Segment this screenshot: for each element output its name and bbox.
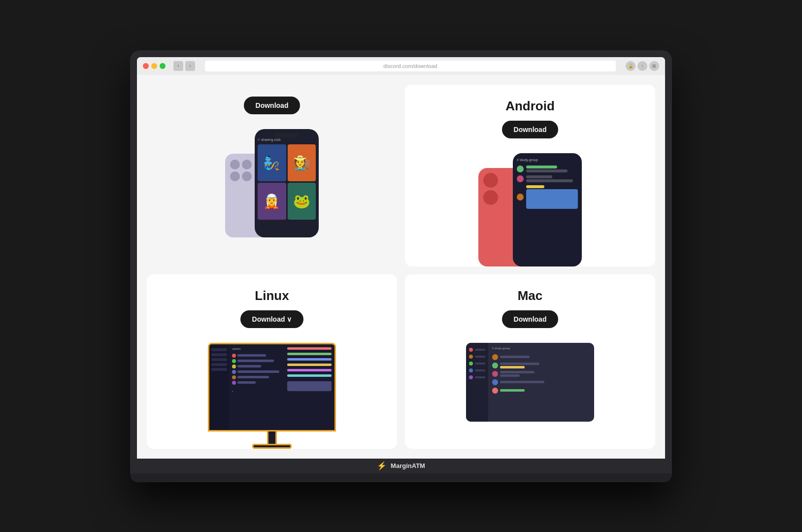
- channel-header: # drawing-club: [258, 138, 316, 141]
- mac-dot-5: [469, 375, 473, 379]
- linux-download-button[interactable]: Download ∨: [240, 310, 304, 328]
- ios-platform-card: Download: [147, 85, 397, 266]
- dot-red: [232, 354, 236, 358]
- mac-dot-2: [469, 355, 473, 359]
- monitor: updates: [208, 343, 336, 449]
- bubble-3: [526, 175, 552, 178]
- address-bar[interactable]: discord.com/download: [205, 61, 616, 71]
- monitor-left-panel: updates: [232, 347, 284, 427]
- android-phones-illustration: # study-group: [417, 153, 643, 266]
- monitor-channel: updates: [232, 347, 284, 350]
- right-bar-2: [287, 353, 332, 355]
- share-icon[interactable]: ↑: [637, 61, 647, 71]
- mac-platform-card: Mac Download: [405, 274, 655, 449]
- mac-chat-row-5: [492, 388, 590, 394]
- bubble-1: [526, 166, 557, 168]
- right-bar-3: [287, 358, 332, 361]
- sidebar-item-2: [211, 353, 227, 356]
- chat-bubble-group-2: [526, 175, 578, 182]
- bubble-4: [526, 179, 573, 182]
- mac-avatar-3: [492, 371, 498, 377]
- mac-avatar-4: [492, 379, 498, 385]
- chat-avatar-1: [517, 166, 524, 172]
- ios-phones-illustration: # drawing-club 🧞 🧑‍🌾 🧝 🐸: [225, 129, 319, 237]
- android-channel-header: # study-group: [517, 158, 578, 162]
- bar-2: [237, 360, 274, 362]
- avatar-grid: 🧞 🧑‍🌾 🧝 🐸: [258, 144, 316, 220]
- mac-dot-3: [469, 362, 473, 366]
- monitor-main: updates: [229, 344, 334, 430]
- dot-yellow: [232, 365, 236, 368]
- mac-sidebar-row-2: [469, 355, 485, 359]
- mac-bubble-5: [500, 374, 520, 377]
- mac-bubbles-2: [500, 363, 539, 368]
- chat-avatar-3: [517, 194, 524, 200]
- close-button[interactable]: [143, 63, 149, 69]
- chat-avatar-2: [517, 175, 524, 182]
- mac-text-5: [475, 376, 485, 378]
- bar-1: [237, 354, 266, 357]
- right-bar-6: [287, 374, 332, 377]
- ios-download-button[interactable]: Download: [244, 97, 301, 114]
- monitor-row-1: [232, 354, 284, 358]
- monitor-row-4: [232, 370, 284, 374]
- bubble-2: [526, 169, 568, 172]
- mac-text-3: [475, 363, 485, 365]
- mac-channel-name: # study-group: [492, 347, 590, 350]
- camera-dot-3: [230, 171, 240, 181]
- mac-avatar-1: [492, 354, 498, 360]
- mac-chat-row-4: [492, 379, 590, 385]
- sidebar-item-1: [211, 348, 227, 351]
- brand-name: MarginATM: [391, 462, 425, 469]
- mac-dot-1: [469, 348, 473, 352]
- monitor-neck: [267, 432, 277, 444]
- camera-dot-1: [230, 160, 240, 169]
- mac-text-4: [475, 369, 485, 371]
- traffic-lights: [143, 63, 166, 69]
- avatar-purple: 🧝: [258, 183, 286, 220]
- monitor-sidebar: [209, 344, 229, 430]
- mac-window-illustration: # study-group: [417, 343, 643, 422]
- browser-actions: 🔒 ↑ ⊞: [626, 61, 659, 71]
- bar-3: [237, 365, 261, 367]
- mac-sidebar-row-4: [469, 368, 485, 372]
- new-tab-icon[interactable]: ⊞: [649, 61, 659, 71]
- maximize-button[interactable]: [160, 63, 166, 69]
- mac-text-2: [475, 356, 485, 358]
- android-platform-card: Android Download #: [405, 85, 655, 266]
- dot-purple: [232, 381, 236, 385]
- laptop-chin: [130, 473, 672, 482]
- avatar-orange: 🧑‍🌾: [288, 144, 316, 181]
- monitor-row-3: [232, 365, 284, 368]
- mac-window: # study-group: [466, 343, 594, 422]
- android-download-button[interactable]: Download: [502, 121, 559, 138]
- phone-notch: [274, 133, 299, 138]
- mac-avatar-2: [492, 363, 498, 368]
- camera-dot-2: [242, 160, 252, 169]
- terminal-cursor: ›: [232, 389, 284, 394]
- minimize-button[interactable]: [151, 63, 157, 69]
- mac-download-button[interactable]: Download: [502, 310, 559, 328]
- monitor-row-2: [232, 359, 284, 363]
- mac-chat-row-2: [492, 363, 590, 368]
- channel-symbol: #: [258, 138, 260, 141]
- mac-bubbles-5: [500, 389, 525, 392]
- avatar-teal: 🐸: [288, 183, 316, 220]
- mac-sidebar: [466, 343, 488, 422]
- camera-dot-4: [242, 171, 252, 181]
- android-screen: # study-group: [513, 153, 582, 266]
- browser-nav: ‹ ›: [173, 61, 195, 71]
- mac-title: Mac: [518, 288, 543, 303]
- mac-sidebar-row-3: [469, 362, 485, 366]
- android-phone-front: # study-group: [513, 153, 582, 266]
- linux-platform-card: Linux Download ∨: [147, 274, 397, 449]
- right-content-block: [287, 381, 332, 391]
- address-text: discord.com/download: [383, 63, 437, 69]
- dot-green: [232, 359, 236, 363]
- page-content: Download: [137, 75, 665, 459]
- android-cameras: [483, 173, 498, 205]
- back-button[interactable]: ‹: [173, 61, 183, 71]
- mac-text-1: [475, 349, 485, 351]
- monitor-base: [252, 444, 292, 449]
- forward-button[interactable]: ›: [185, 61, 195, 71]
